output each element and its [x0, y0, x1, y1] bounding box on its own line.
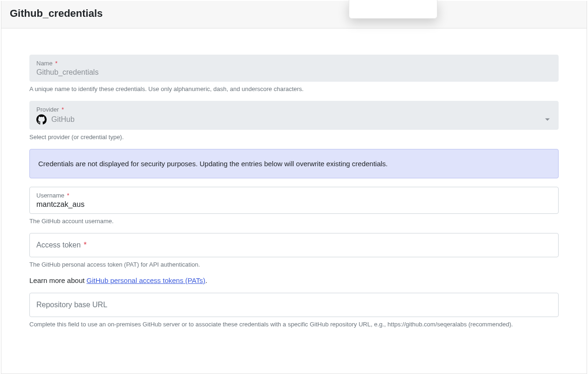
provider-value: GitHub: [51, 115, 75, 124]
chevron-down-icon: [545, 119, 550, 121]
provider-select: Provider * GitHub: [29, 101, 559, 130]
provider-help: Select provider (or credential type).: [29, 134, 559, 141]
github-icon: [36, 114, 47, 125]
name-label: Name *: [36, 60, 552, 67]
repo-url-label: Repository base URL: [36, 298, 552, 312]
required-star: *: [55, 60, 57, 67]
provider-label: Provider *: [36, 106, 552, 113]
name-help: A unique name to identify these credenti…: [29, 85, 559, 92]
required-star: *: [62, 106, 64, 113]
name-field: Name *: [29, 55, 559, 82]
page-wrapper: Github_credentials Name * A unique name …: [1, 1, 587, 374]
floating-badge: [349, 0, 437, 19]
access-token-field[interactable]: Access token *: [29, 233, 559, 257]
username-field[interactable]: Username *: [29, 187, 559, 214]
pat-docs-link[interactable]: GitHub personal access tokens (PATs): [87, 276, 206, 284]
access-token-label: Access token *: [36, 238, 552, 252]
access-token-field-block: Access token * The GitHub personal acces…: [29, 233, 559, 268]
form-content: Name * A unique name to identify these c…: [1, 28, 587, 350]
provider-value-row: GitHub: [36, 114, 552, 125]
username-input[interactable]: [36, 200, 552, 209]
name-field-block: Name * A unique name to identify these c…: [29, 55, 559, 92]
page-header: Github_credentials: [1, 1, 587, 28]
provider-field-block: Provider * GitHub Select provider (or cr…: [29, 101, 559, 141]
username-label: Username *: [36, 192, 552, 199]
repo-url-help: Complete this field to use an on-premise…: [29, 321, 559, 328]
username-field-block: Username * The GitHub account username.: [29, 187, 559, 225]
name-input: [36, 68, 552, 77]
access-token-help: The GitHub personal access token (PAT) f…: [29, 261, 559, 268]
page-title: Github_credentials: [10, 7, 578, 20]
repo-url-field[interactable]: Repository base URL: [29, 293, 559, 317]
required-star: *: [84, 241, 87, 249]
username-help: The GitHub account username.: [29, 218, 559, 225]
security-banner: Credentials are not displayed for securi…: [29, 149, 559, 178]
required-star: *: [67, 192, 69, 199]
learn-more-text: Learn more about GitHub personal access …: [29, 276, 559, 284]
repo-url-field-block: Repository base URL Complete this field …: [29, 293, 559, 328]
